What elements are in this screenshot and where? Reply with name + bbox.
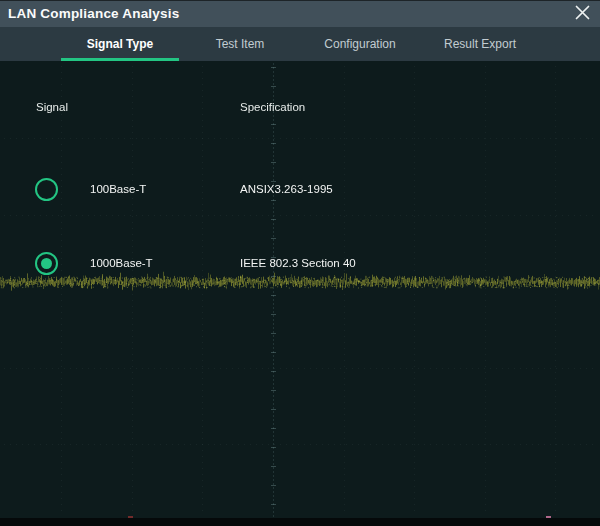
tab-result-export[interactable]: Result Export	[420, 27, 540, 61]
dialog-titlebar: LAN Compliance Analysis	[0, 0, 600, 27]
tab-configuration[interactable]: Configuration	[300, 27, 420, 61]
lan-compliance-dialog: LAN Compliance Analysis Signal Type Test…	[0, 0, 600, 526]
dialog-title: LAN Compliance Analysis	[8, 1, 179, 27]
close-icon	[574, 4, 591, 25]
dialog-tabbar: Signal Type Test Item Configuration Resu…	[0, 27, 600, 61]
radio-1000base-t[interactable]	[35, 252, 58, 275]
spec-label-1000base-t: IEEE 802.3 Section 40	[240, 257, 356, 269]
tab-signal-type[interactable]: Signal Type	[60, 27, 180, 61]
signal-label-100base-t[interactable]: 100Base-T	[90, 183, 146, 195]
column-header-specification: Specification	[240, 101, 305, 113]
close-button[interactable]	[568, 3, 596, 26]
column-header-signal: Signal	[36, 101, 68, 113]
spec-label-100base-t: ANSIX3.263-1995	[240, 183, 333, 195]
signal-label-1000base-t[interactable]: 1000Base-T	[90, 257, 153, 269]
radio-100base-t[interactable]	[35, 178, 58, 201]
tab-test-item[interactable]: Test Item	[180, 27, 300, 61]
